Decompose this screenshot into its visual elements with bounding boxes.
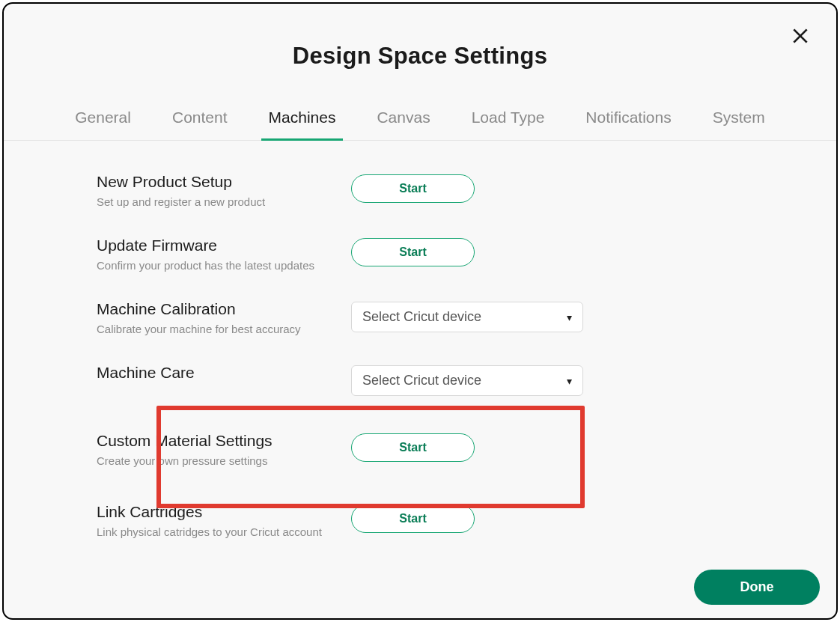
row-title: Machine Calibration <box>97 300 329 318</box>
tab-system[interactable]: System <box>713 109 765 140</box>
start-firmware-button[interactable]: Start <box>351 238 475 266</box>
row-machine-care: Machine Care Select Cricut device ▾ <box>91 350 749 402</box>
row-custom-material: Custom Material Settings Create your own… <box>91 402 749 490</box>
settings-modal: Design Space Settings General Content Ma… <box>2 2 838 620</box>
select-value: Select Cricut device <box>362 309 481 325</box>
tabs-bar: General Content Machines Canvas Load Typ… <box>4 109 836 141</box>
tab-machines[interactable]: Machines <box>269 109 336 140</box>
start-new-product-button[interactable]: Start <box>351 174 475 203</box>
chevron-down-icon: ▾ <box>567 311 572 323</box>
tab-general[interactable]: General <box>75 109 131 140</box>
row-desc: Calibrate your machine for best accuracy <box>97 321 329 337</box>
row-calibration: Machine Calibration Calibrate your machi… <box>91 287 749 350</box>
row-title: Update Firmware <box>97 237 329 254</box>
done-button[interactable]: Done <box>694 570 820 605</box>
page-title: Design Space Settings <box>4 43 836 70</box>
care-device-select[interactable]: Select Cricut device ▾ <box>351 365 583 396</box>
row-desc: Link physical catridges to your Cricut a… <box>97 524 329 540</box>
start-custom-material-button[interactable]: Start <box>351 433 475 462</box>
settings-content: New Product Setup Set up and register a … <box>91 141 749 553</box>
chevron-down-icon: ▾ <box>567 375 572 387</box>
calibration-device-select[interactable]: Select Cricut device ▾ <box>351 302 583 332</box>
tab-loadtype[interactable]: Load Type <box>472 109 545 140</box>
row-new-product: New Product Setup Set up and register a … <box>91 159 749 223</box>
row-desc: Confirm your product has the latest upda… <box>97 257 329 273</box>
close-icon <box>791 26 810 46</box>
tab-canvas[interactable]: Canvas <box>377 109 430 140</box>
row-title: Link Cartridges <box>97 503 329 521</box>
row-link-cartridges: Link Cartridges Link physical catridges … <box>91 490 749 553</box>
close-button[interactable] <box>791 26 810 46</box>
start-link-cartridges-button[interactable]: Start <box>351 504 475 533</box>
row-title: New Product Setup <box>97 173 329 191</box>
select-value: Select Cricut device <box>362 373 481 388</box>
row-title: Machine Care <box>97 364 329 382</box>
row-firmware: Update Firmware Confirm your product has… <box>91 223 749 287</box>
row-desc: Set up and register a new product <box>97 194 329 210</box>
row-desc: Create your own pressure settings <box>97 453 329 469</box>
row-title: Custom Material Settings <box>97 432 329 450</box>
tab-content[interactable]: Content <box>172 109 228 140</box>
tab-notifications[interactable]: Notifications <box>585 109 671 140</box>
